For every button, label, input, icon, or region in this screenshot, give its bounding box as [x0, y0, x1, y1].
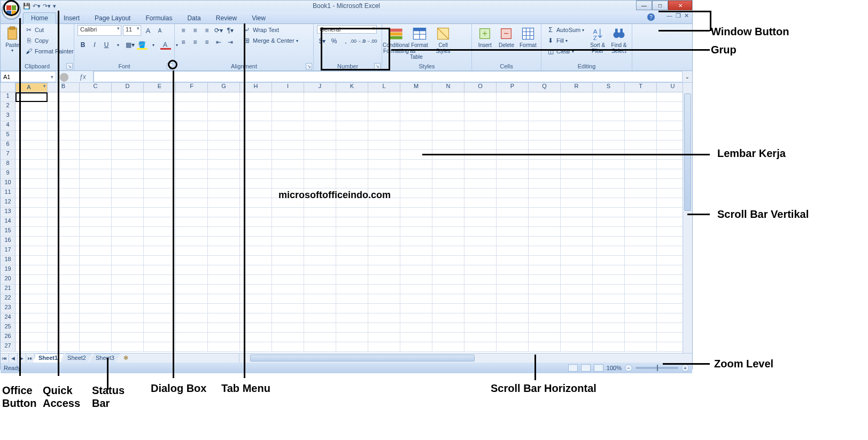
cell[interactable]	[497, 342, 529, 352]
row-header[interactable]: 20	[1, 275, 15, 285]
tab-view[interactable]: View	[244, 13, 273, 23]
percent-icon[interactable]: %	[329, 36, 339, 46]
cell[interactable]	[208, 169, 240, 179]
cell[interactable]	[304, 131, 336, 140]
cell[interactable]	[432, 102, 464, 112]
align-middle-icon[interactable]: ≡	[190, 25, 200, 36]
cell[interactable]	[593, 275, 625, 285]
cell[interactable]	[497, 217, 529, 227]
cell[interactable]	[464, 160, 497, 169]
cell[interactable]	[48, 112, 80, 121]
cell[interactable]	[304, 265, 336, 275]
cell[interactable]	[304, 313, 336, 323]
cell[interactable]	[432, 208, 464, 217]
cell[interactable]	[368, 112, 400, 121]
italic-button[interactable]: I	[89, 40, 100, 50]
cell[interactable]	[336, 323, 368, 333]
cell[interactable]	[400, 275, 432, 285]
cell[interactable]	[497, 102, 529, 112]
cell[interactable]	[208, 208, 240, 217]
cell[interactable]	[144, 198, 176, 208]
cell[interactable]	[464, 92, 497, 102]
cell[interactable]	[561, 198, 593, 208]
cell[interactable]	[400, 285, 432, 294]
cell[interactable]	[561, 313, 593, 323]
cell[interactable]	[48, 169, 80, 179]
cell[interactable]	[400, 227, 432, 237]
cell[interactable]	[432, 179, 464, 188]
cell[interactable]	[272, 285, 304, 294]
cell[interactable]	[561, 333, 593, 342]
cell[interactable]	[464, 140, 497, 150]
cell[interactable]	[400, 179, 432, 188]
cell[interactable]	[336, 179, 368, 188]
dialog-launcher-clipboard[interactable]: ↘	[66, 63, 73, 69]
column-header[interactable]: R	[561, 83, 593, 92]
cell[interactable]	[80, 169, 112, 179]
row-header[interactable]: 9	[1, 169, 15, 179]
cell[interactable]	[304, 304, 336, 313]
cell[interactable]	[529, 102, 561, 112]
column-header[interactable]: S	[593, 83, 625, 92]
cell[interactable]	[432, 140, 464, 150]
cell[interactable]	[625, 217, 657, 227]
shrink-font-icon[interactable]: A	[154, 25, 165, 36]
cell[interactable]	[561, 217, 593, 227]
cell[interactable]	[593, 131, 625, 140]
cell[interactable]	[561, 285, 593, 294]
cell[interactable]	[112, 333, 144, 342]
cell[interactable]	[368, 342, 400, 352]
cell[interactable]	[176, 285, 208, 294]
cell[interactable]	[272, 208, 304, 217]
cell[interactable]	[625, 140, 657, 150]
cell[interactable]	[593, 333, 625, 342]
cell[interactable]	[497, 160, 529, 169]
cell[interactable]	[561, 237, 593, 246]
cell[interactable]	[272, 179, 304, 188]
cell[interactable]	[561, 140, 593, 150]
cell[interactable]	[497, 92, 529, 102]
cell[interactable]	[625, 237, 657, 246]
cell[interactable]	[272, 150, 304, 160]
cell[interactable]	[112, 150, 144, 160]
cell[interactable]	[368, 160, 400, 169]
cell[interactable]	[80, 121, 112, 131]
cell[interactable]	[529, 285, 561, 294]
column-header[interactable]: L	[368, 83, 400, 92]
cell[interactable]	[272, 131, 304, 140]
cell[interactable]	[561, 169, 593, 179]
cell[interactable]	[529, 121, 561, 131]
cell[interactable]	[208, 188, 240, 198]
cell[interactable]	[561, 112, 593, 121]
cell[interactable]	[529, 208, 561, 217]
cell[interactable]	[561, 188, 593, 198]
cell[interactable]	[80, 92, 112, 102]
cell[interactable]	[80, 179, 112, 188]
row-header[interactable]: 10	[1, 179, 15, 188]
cell[interactable]	[432, 217, 464, 227]
tab-review[interactable]: Review	[208, 13, 244, 23]
dialog-launcher-number[interactable]: ↘	[374, 63, 381, 69]
cell[interactable]	[80, 188, 112, 198]
cell[interactable]	[272, 140, 304, 150]
number-format-select[interactable]: General	[317, 25, 377, 34]
cell[interactable]	[176, 188, 208, 198]
cell[interactable]	[368, 92, 400, 102]
cell[interactable]	[304, 92, 336, 102]
cell[interactable]	[529, 112, 561, 121]
cell[interactable]	[48, 179, 80, 188]
cell[interactable]	[400, 246, 432, 256]
cell[interactable]	[144, 294, 176, 304]
cell[interactable]	[336, 217, 368, 227]
horizontal-scroll-thumb[interactable]	[250, 355, 475, 362]
cell[interactable]	[529, 160, 561, 169]
align-top-icon[interactable]: ≡	[178, 25, 189, 36]
cell[interactable]	[48, 208, 80, 217]
cell[interactable]	[336, 294, 368, 304]
cell[interactable]	[497, 188, 529, 198]
cell[interactable]	[112, 121, 144, 131]
cell[interactable]	[593, 112, 625, 121]
fill-color-icon[interactable]: 🪣	[136, 40, 147, 50]
cell[interactable]	[272, 333, 304, 342]
cell[interactable]	[464, 102, 497, 112]
